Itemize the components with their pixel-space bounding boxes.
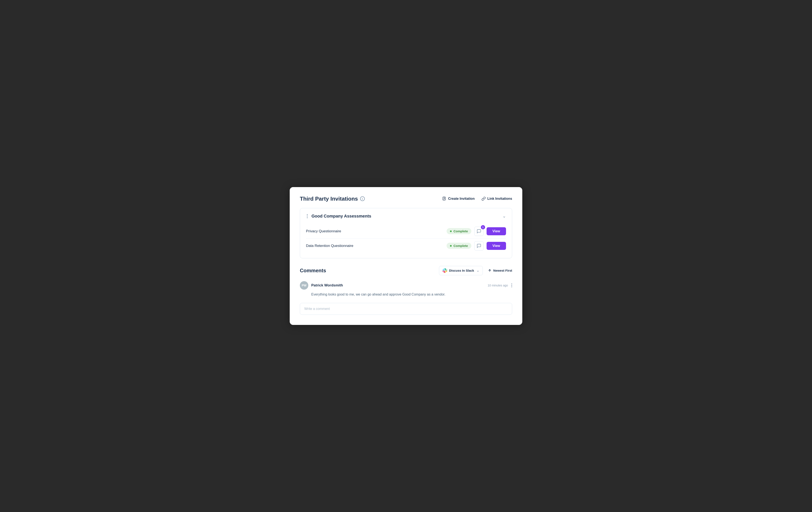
main-card: Third Party Invitations i Create Invitat… — [290, 187, 522, 325]
status-badge: Complete — [446, 228, 471, 234]
create-invitation-button[interactable]: Create Invitation — [442, 197, 474, 201]
row-right: Complete 1 View — [446, 227, 506, 236]
company-name: Good Company Assessments — [312, 214, 371, 218]
comment-input-wrapper — [300, 303, 512, 315]
comments-section: Comments Discuss In Slack ⌄ — [300, 266, 512, 315]
page-header: Third Party Invitations i Create Invitat… — [300, 195, 512, 202]
comment-time: 10 minutes ago — [488, 284, 508, 287]
chevron-down-icon[interactable]: ⌄ — [502, 213, 506, 218]
comment-header: PW Patrick Wordsmith 10 minutes ago — [300, 281, 512, 290]
comment-item: PW Patrick Wordsmith 10 minutes ago Ever… — [300, 281, 512, 297]
chat-icon — [476, 229, 481, 234]
page-title: Third Party Invitations — [300, 195, 358, 202]
comments-actions: Discuss In Slack ⌄ Newest First — [439, 266, 512, 275]
info-icon[interactable]: i — [360, 197, 365, 201]
dots-menu[interactable] — [306, 213, 309, 219]
sort-button[interactable]: Newest First — [488, 269, 512, 272]
comments-title: Comments — [300, 268, 326, 274]
document-icon — [442, 197, 446, 201]
comment-button-2[interactable] — [474, 241, 484, 250]
discuss-in-slack-button[interactable]: Discuss In Slack ⌄ — [439, 266, 483, 275]
view-button-1[interactable]: View — [487, 227, 506, 235]
comment-author-group: PW Patrick Wordsmith — [300, 281, 343, 290]
author-name: Patrick Wordsmith — [311, 283, 343, 288]
view-button-2[interactable]: View — [487, 242, 506, 250]
status-badge: Complete — [446, 243, 471, 249]
comment-options-menu[interactable] — [511, 283, 512, 287]
notification-badge: 1 — [481, 225, 485, 229]
questionnaire-row: Privacy Questionnaire Complete 1 View — [306, 224, 506, 238]
slack-icon — [442, 268, 447, 273]
title-group: Third Party Invitations i — [300, 195, 365, 202]
section-header: Good Company Assessments ⌄ — [306, 213, 506, 219]
section-header-left: Good Company Assessments — [306, 213, 371, 219]
sort-icon — [488, 269, 492, 272]
questionnaire-row: Data Retention Questionnaire Complete Vi… — [306, 238, 506, 253]
comment-meta: 10 minutes ago — [488, 283, 512, 287]
row-right: Complete View — [446, 241, 506, 250]
questionnaire-name: Privacy Questionnaire — [306, 229, 341, 233]
comments-header: Comments Discuss In Slack ⌄ — [300, 266, 512, 275]
chevron-down-icon: ⌄ — [476, 269, 479, 272]
header-actions: Create Invitation Link Invitations — [442, 197, 512, 201]
chat-icon — [476, 243, 481, 248]
comment-text: Everything looks good to me, we can go a… — [300, 292, 512, 297]
avatar: PW — [300, 281, 308, 290]
status-dot — [450, 231, 452, 232]
comment-button-1[interactable]: 1 — [474, 227, 484, 236]
link-icon — [482, 197, 486, 201]
comment-input[interactable] — [304, 307, 508, 311]
status-dot — [450, 245, 452, 247]
link-invitations-button[interactable]: Link Invitations — [482, 197, 512, 201]
invitation-section: Good Company Assessments ⌄ Privacy Quest… — [300, 208, 512, 258]
questionnaire-name: Data Retention Questionnaire — [306, 244, 353, 248]
